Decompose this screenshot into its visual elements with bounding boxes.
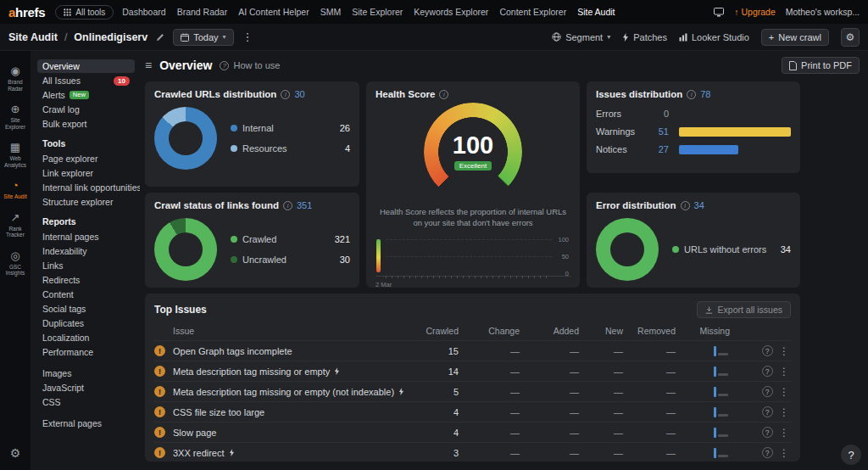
all-tools-button[interactable]: All tools [55, 5, 114, 20]
sidebar-item-performance[interactable]: Performance [37, 345, 135, 359]
crawled-value[interactable]: 4 [418, 428, 459, 438]
issue-row[interactable]: ! Meta description tag missing or empty … [154, 381, 791, 401]
sidebar-item-overview[interactable]: Overview [37, 59, 135, 73]
nav-dashboard[interactable]: Dashboard [122, 7, 165, 17]
desktop-icon[interactable] [714, 8, 724, 17]
issue-help-icon[interactable]: ? [762, 366, 773, 377]
sidebar-item-internal-link-opportunities[interactable]: Internal link opportunities [37, 181, 135, 194]
sidebar-item-link-explorer[interactable]: Link explorer [37, 166, 135, 180]
breadcrumb-app[interactable]: Site Audit [8, 31, 58, 43]
warnings-row[interactable]: Warnings 51 [596, 126, 791, 137]
header-more-button[interactable]: ⋮ [241, 31, 255, 43]
rail-rank-tracker[interactable]: ↗Rank Tracker [1, 210, 30, 241]
rail-site-audit[interactable]: ◔Site Audit [1, 177, 30, 203]
export-all-issues-button[interactable]: Export all issues [697, 301, 791, 318]
issue-help-icon[interactable]: ? [762, 386, 773, 397]
col-new[interactable]: New [579, 326, 623, 336]
col-missing[interactable]: Missing [676, 326, 730, 336]
sidebar-item-links[interactable]: Links [37, 259, 135, 272]
sidebar-item-localization[interactable]: Localization [37, 331, 135, 344]
col-issue[interactable]: Issue [173, 326, 418, 336]
issue-name[interactable]: Open Graph tags incomplete [173, 346, 292, 356]
patches-button[interactable]: Patches [622, 32, 667, 42]
issue-help-icon[interactable]: ? [762, 427, 773, 438]
card-total-link[interactable]: 34 [694, 200, 704, 210]
row-menu-icon[interactable]: ⋮ [779, 386, 789, 398]
nav-smm[interactable]: SMM [320, 7, 342, 17]
ahrefs-logo[interactable]: ahrefs [8, 5, 45, 20]
sidebar-item-structure-explorer[interactable]: Structure explorer [37, 195, 135, 209]
crawled-value[interactable]: 3 [418, 448, 459, 458]
sidebar-item-alerts[interactable]: AlertsNew [37, 88, 135, 102]
col-added[interactable]: Added [520, 326, 579, 336]
sidebar-item-javascript[interactable]: JavaScript [37, 381, 135, 394]
legend-item-crawled[interactable]: Crawled 321 [231, 234, 350, 244]
sidebar-item-crawl-log[interactable]: Crawl log [37, 103, 135, 116]
error-distribution-donut-chart[interactable] [596, 218, 659, 281]
collapse-sidebar-icon[interactable]: ≡ [145, 59, 152, 72]
crawled-value[interactable]: 4 [418, 407, 459, 417]
nav-ai-content-helper[interactable]: AI Content Helper [238, 7, 309, 17]
issue-row[interactable]: ! CSS file size too large 4 — — — — ? ⋮ [154, 401, 791, 422]
issue-name[interactable]: 3XX redirect [173, 448, 225, 458]
row-menu-icon[interactable]: ⋮ [779, 366, 789, 378]
crawl-status-donut-chart[interactable] [154, 218, 217, 281]
rail-settings-gear-icon[interactable]: ⚙ [10, 446, 21, 460]
rail-site-explorer[interactable]: ⊕Site Explorer [1, 101, 30, 132]
new-crawl-button[interactable]: + New crawl [761, 29, 829, 46]
looker-studio-button[interactable]: Looker Studio [679, 32, 749, 42]
edit-project-button[interactable] [154, 31, 166, 43]
row-menu-icon[interactable]: ⋮ [779, 447, 789, 459]
nav-site-audit[interactable]: Site Audit [577, 7, 615, 17]
issue-name[interactable]: CSS file size too large [173, 407, 264, 417]
issue-row[interactable]: ! Slow page 4 — — — — ? ⋮ [154, 422, 791, 442]
col-crawled[interactable]: Crawled [418, 326, 459, 336]
row-menu-icon[interactable]: ⋮ [779, 345, 789, 357]
sidebar-item-all-issues[interactable]: All Issues10 [37, 74, 135, 87]
notices-row[interactable]: Notices 27 [596, 144, 791, 154]
segment-button[interactable]: Segment ▾ [552, 32, 610, 42]
row-menu-icon[interactable]: ⋮ [779, 406, 789, 418]
info-icon[interactable]: i [439, 90, 448, 99]
date-range-button[interactable]: Today ▾ [173, 29, 233, 46]
card-total-link[interactable]: 78 [700, 89, 710, 99]
sidebar-item-content[interactable]: Content [37, 288, 135, 301]
sidebar-item-page-explorer[interactable]: Page explorer [37, 152, 135, 165]
legend-item-uncrawled[interactable]: Uncrawled 30 [231, 255, 350, 265]
issue-row[interactable]: ! Meta description tag missing or empty … [154, 361, 791, 381]
help-button[interactable]: ? [841, 445, 861, 465]
card-total-link[interactable]: 351 [297, 200, 312, 210]
sidebar-item-external-pages[interactable]: External pages [37, 417, 135, 430]
sidebar-item-redirects[interactable]: Redirects [37, 273, 135, 287]
info-icon[interactable]: i [283, 201, 292, 210]
info-icon[interactable]: i [687, 90, 696, 99]
row-menu-icon[interactable]: ⋮ [779, 427, 789, 439]
sidebar-item-bulk-export[interactable]: Bulk export [37, 117, 135, 131]
info-icon[interactable]: i [281, 90, 290, 99]
issue-name[interactable]: Meta description tag missing or empty [173, 366, 330, 377]
issue-row[interactable]: ! 3XX redirect 3 — — — — ? ⋮ [154, 442, 791, 462]
breadcrumb-project[interactable]: Onlinedigiserv [74, 31, 147, 43]
rail-gsc-insights[interactable]: ◎GSC Insights [1, 248, 30, 279]
card-total-link[interactable]: 30 [294, 89, 304, 99]
issue-name[interactable]: Meta description tag missing or empty (n… [173, 387, 394, 397]
nav-content-explorer[interactable]: Content Explorer [499, 7, 566, 17]
rail-web-analytics[interactable]: ▦Web Analytics [1, 139, 30, 171]
sidebar-item-social-tags[interactable]: Social tags [37, 302, 135, 316]
nav-keywords-explorer[interactable]: Keywords Explorer [414, 7, 488, 17]
issue-help-icon[interactable]: ? [762, 345, 773, 356]
col-removed[interactable]: Removed [623, 326, 676, 336]
row-value[interactable]: 51 [645, 126, 669, 137]
sidebar-item-css[interactable]: CSS [37, 395, 135, 409]
workspace-switcher[interactable]: Motheo's worksp... [786, 7, 860, 17]
rail-brand-radar[interactable]: ◉Brand Radar [1, 63, 30, 94]
crawled-value[interactable]: 14 [418, 366, 459, 377]
how-to-use-link[interactable]: ? How to use [220, 60, 280, 70]
nav-site-explorer[interactable]: Site Explorer [352, 7, 403, 17]
legend-item-internal[interactable]: Internal 26 [231, 123, 350, 133]
issue-help-icon[interactable]: ? [762, 447, 773, 458]
sidebar-item-internal-pages[interactable]: Internal pages [37, 230, 135, 243]
legend-item-no-errors[interactable]: URLs without errors 34 [672, 244, 791, 255]
col-change[interactable]: Change [459, 326, 520, 336]
info-icon[interactable]: i [681, 201, 690, 210]
